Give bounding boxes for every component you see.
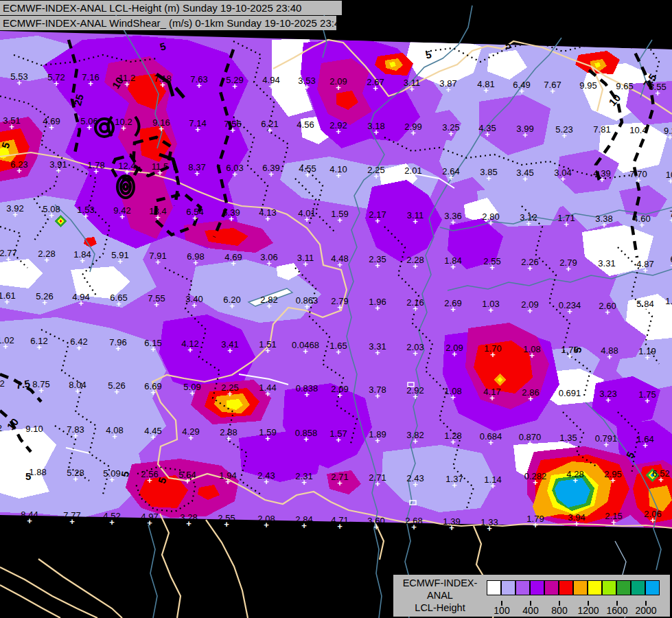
contour-label: 10 — [606, 92, 623, 108]
contour-label: 5 — [0, 141, 12, 150]
legend-swatch — [559, 580, 573, 595]
contour-label: 10 — [5, 416, 21, 433]
legend-swatch — [602, 580, 616, 595]
legend-swatch — [645, 580, 660, 595]
contour-label: 25 — [71, 93, 86, 107]
legend-swatch — [573, 580, 588, 595]
contour-label: 5 — [505, 39, 512, 52]
legend-swatch — [530, 580, 544, 595]
legend-tick-label: 1200 — [573, 605, 603, 616]
contour-label: 5 — [156, 476, 169, 485]
legend-title-line2: LCL-Height — [396, 602, 484, 614]
legend-swatch — [487, 580, 501, 595]
legend-swatch — [588, 580, 602, 595]
contour-label: 5 — [119, 470, 131, 478]
legend-tick-label: 800 — [544, 605, 575, 616]
contour-label: 7.5 — [15, 378, 31, 391]
legend-title-unit: m — [396, 614, 484, 618]
legend-swatch — [501, 580, 515, 595]
contour-label: 5 — [571, 346, 583, 354]
contour-label: 5 — [424, 48, 432, 60]
legend-swatch — [515, 580, 530, 595]
contour-label: 5 — [25, 470, 31, 482]
legend-swatch — [631, 580, 645, 595]
title-bar-windshear: ECMWF-INDEX-ANAL WindShear_ (m/s) 0-1km … — [0, 16, 336, 30]
legend-tick-label: 100 — [487, 605, 517, 616]
contour-label: 5 — [159, 40, 167, 53]
legend-tick-label: 1600 — [602, 605, 632, 616]
contour-label: 5 — [624, 450, 637, 460]
contour-labels-layer: 55510257.51057.51055555 — [0, 0, 672, 618]
legend-swatch — [544, 580, 559, 595]
title-bar-lcl: ECMWF-INDEX-ANAL LCL-Height (m) Sunday 1… — [0, 1, 342, 15]
legend-tick-label: 400 — [515, 605, 546, 616]
legend-title: ECMWF-INDEX-ANAL LCL-Height m — [396, 577, 484, 618]
contour-label: 10 — [110, 75, 126, 91]
legend: ECMWF-INDEX-ANAL LCL-Height m 1004008001… — [393, 575, 670, 617]
legend-tick-label: 2000 — [631, 605, 661, 616]
weather-map-window: 5.53+5.72+7.16+11.2+7.18+7.63+5.29+4.94+… — [0, 0, 672, 618]
contour-label: 7.5 — [640, 71, 658, 90]
legend-swatch — [616, 580, 631, 595]
legend-title-line1: ECMWF-INDEX-ANAL — [396, 577, 484, 602]
